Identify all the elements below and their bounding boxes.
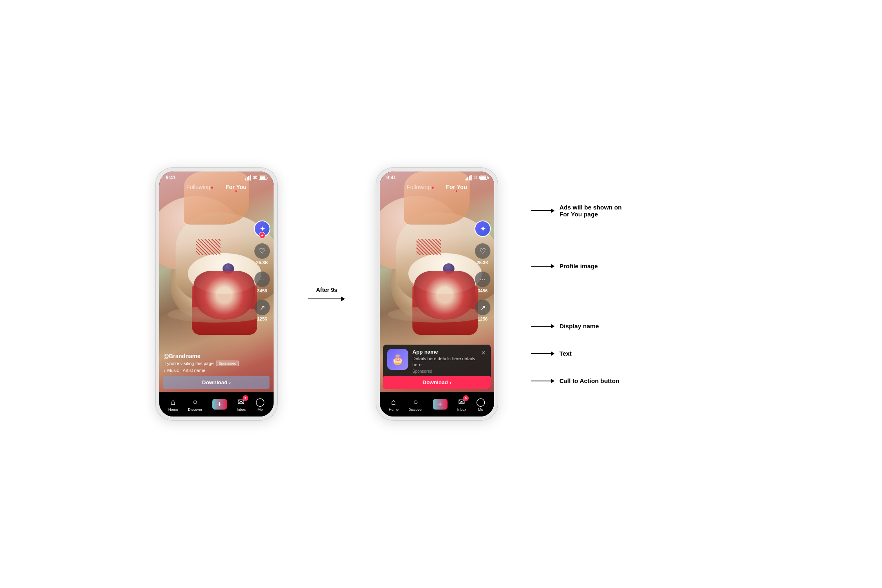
comment-button-2[interactable]: ···	[475, 272, 490, 287]
nav-create[interactable]	[212, 399, 227, 410]
phone-after: 9:41 ⌘ Following For You	[376, 167, 498, 421]
signal-bars	[245, 175, 251, 180]
home-label-2: Home	[389, 408, 399, 412]
signal-bar-2	[247, 177, 248, 180]
caption-row: If you're visiting this page Sponsored	[163, 361, 270, 366]
tiktok-logo-icon: ✦	[260, 225, 265, 233]
comment-action-2[interactable]: ··· 3456	[475, 272, 490, 293]
discover-icon-2: ○	[413, 397, 418, 407]
signal-bar-3	[248, 176, 249, 180]
ad-cta-chevron: ›	[450, 379, 451, 385]
arrow-line	[308, 296, 345, 301]
inbox-label: Inbox	[237, 408, 246, 412]
discover-label: Discover	[188, 408, 202, 412]
music-row: ♪ Music - Artist name	[163, 368, 270, 373]
page-container: 9:41 ⌘ Following For You	[155, 167, 727, 421]
profile-action-2[interactable]: ✦	[474, 220, 491, 237]
home-icon-2: ⌂	[391, 397, 396, 407]
tab-for-you[interactable]: For You	[225, 184, 247, 190]
ann-head-3	[551, 324, 555, 328]
status-bar-2: 9:41 ⌘	[380, 172, 494, 182]
like-button[interactable]: ♡	[254, 243, 270, 259]
nav-tabs-2: Following For You	[380, 182, 494, 194]
tab-following[interactable]: Following	[186, 184, 213, 190]
cta-label-annotation: Call to Action button	[559, 377, 619, 384]
ads-placement-line1: Ads will be shown on	[559, 204, 622, 211]
me-icon: ◯	[256, 397, 265, 407]
share-icon-2: ↗	[480, 304, 486, 312]
share-count-2: 1256	[478, 316, 488, 321]
annotation-profile-image: Profile image	[531, 263, 622, 270]
nav-me[interactable]: ◯ Me	[256, 397, 265, 412]
like-button-2[interactable]: ♡	[475, 243, 490, 259]
ad-cta-button[interactable]: Download ›	[383, 376, 491, 389]
comment-count-2: 3456	[478, 288, 488, 293]
signal-bar-3b	[469, 176, 470, 180]
share-action-2[interactable]: ↗ 1256	[475, 300, 490, 321]
nav-home-2[interactable]: ⌂ Home	[389, 397, 399, 412]
nav-me-2[interactable]: ◯ Me	[476, 397, 485, 412]
bottom-overlay: @Brandname If you're visiting this page …	[159, 353, 274, 392]
ad-card: 🎂 App name Details here details here det…	[383, 345, 491, 389]
follow-plus-badge: +	[259, 232, 265, 238]
ann-head-5	[551, 379, 555, 383]
profile-action[interactable]: ✦ +	[254, 220, 270, 237]
tab-for-you-2[interactable]: For You	[446, 184, 467, 190]
ann-shaft-2	[531, 266, 551, 267]
ad-app-name: App name	[412, 349, 476, 355]
nav-inbox[interactable]: ✉ 9 Inbox	[237, 397, 246, 412]
music-text: Music - Artist name	[167, 368, 206, 373]
tab-following-2[interactable]: Following	[407, 184, 434, 190]
like-action-2[interactable]: ♡ 25.3K	[475, 243, 490, 265]
home-label: Home	[168, 408, 178, 412]
nav-home[interactable]: ⌂ Home	[168, 397, 178, 412]
nav-create-2[interactable]	[433, 399, 448, 410]
create-button-2[interactable]	[433, 399, 448, 410]
annotation-arrow-3	[531, 324, 555, 328]
display-name-label: Display name	[559, 323, 599, 330]
create-button[interactable]	[212, 399, 227, 410]
share-button-2[interactable]: ↗	[475, 300, 490, 315]
ann-shaft-1	[531, 210, 551, 211]
ad-description: Details here details here details here	[412, 356, 476, 368]
annotation-ads-placement: Ads will be shown on For You page	[531, 204, 622, 218]
profile-avatar-2: ✦	[474, 220, 491, 237]
battery-icon	[259, 176, 267, 180]
share-count: 1256	[257, 316, 267, 321]
inbox-badge-2: 9	[463, 395, 469, 401]
status-bar: 9:41 ⌘	[159, 172, 274, 182]
battery-icon-2	[479, 176, 488, 180]
phone-before: 9:41 ⌘ Following For You	[155, 167, 278, 421]
share-button[interactable]: ↗	[254, 300, 270, 315]
ad-info: App name Details here details here detai…	[412, 349, 476, 374]
ad-app-icon: 🎂	[387, 349, 408, 370]
signal-bar-1	[245, 178, 246, 180]
nav-inbox-2[interactable]: ✉ 9 Inbox	[457, 397, 466, 412]
annotations-section: Ads will be shown on For You page Profil…	[523, 204, 622, 384]
ann-head-1	[551, 209, 555, 213]
annotation-arrow-2	[531, 264, 555, 268]
wifi-icon-2: ⌘	[473, 175, 478, 180]
cta-download-button[interactable]: Download ›	[163, 376, 270, 389]
like-count-2: 25.3K	[477, 260, 488, 265]
comment-button[interactable]: ···	[254, 272, 270, 287]
comment-action[interactable]: ··· 3456	[254, 272, 270, 293]
share-action[interactable]: ↗ 1256	[254, 300, 270, 321]
comment-icon-2: ···	[480, 276, 486, 283]
profile-avatar: ✦ +	[254, 220, 270, 237]
status-time: 9:41	[166, 175, 176, 180]
right-actions: ✦ + ♡ 25.3K ··· 3456	[254, 220, 270, 321]
ad-close-button[interactable]: ✕	[480, 349, 487, 357]
arrow-shaft	[308, 298, 341, 299]
brand-name: @Brandname	[163, 353, 270, 359]
following-dot	[211, 187, 213, 189]
annotation-display-name: Display name	[531, 323, 622, 330]
text-label: Text	[559, 350, 572, 357]
like-action[interactable]: ♡ 25.3K	[254, 243, 270, 265]
me-label: Me	[258, 408, 263, 412]
nav-discover[interactable]: ○ Discover	[188, 397, 202, 412]
transition-arrow: After 9s	[302, 287, 351, 301]
annotation-arrow-1	[531, 209, 555, 213]
wifi-icon: ⌘	[253, 175, 257, 180]
nav-discover-2[interactable]: ○ Discover	[408, 397, 423, 412]
